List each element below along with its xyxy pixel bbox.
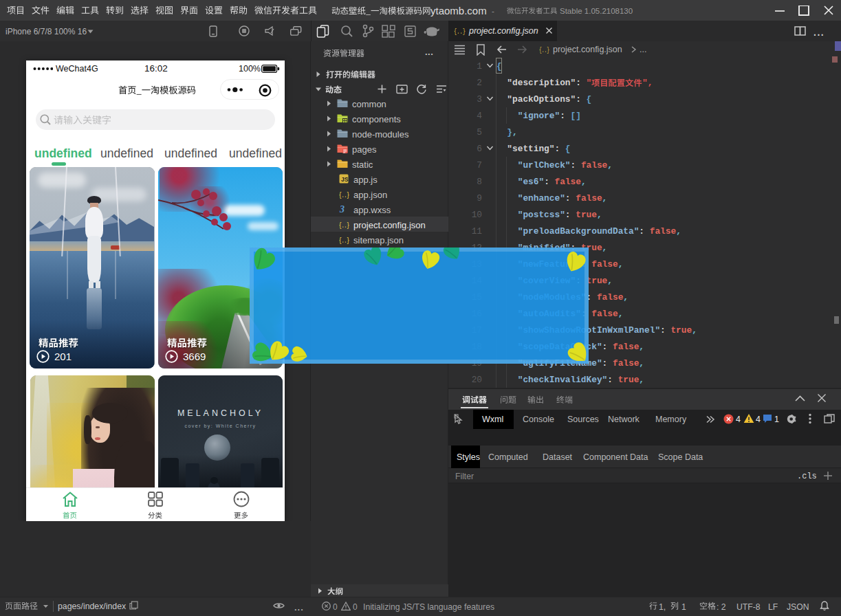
svg-text:{..}: {..} bbox=[539, 46, 549, 54]
svg-text:{..}: {..} bbox=[339, 192, 349, 199]
svg-text:{..}: {..} bbox=[339, 222, 349, 230]
svg-text:{..}: {..} bbox=[339, 237, 349, 245]
svg-text:3: 3 bbox=[339, 204, 345, 214]
svg-text:JS: JS bbox=[341, 176, 349, 183]
svg-text:{..}: {..} bbox=[454, 28, 466, 36]
